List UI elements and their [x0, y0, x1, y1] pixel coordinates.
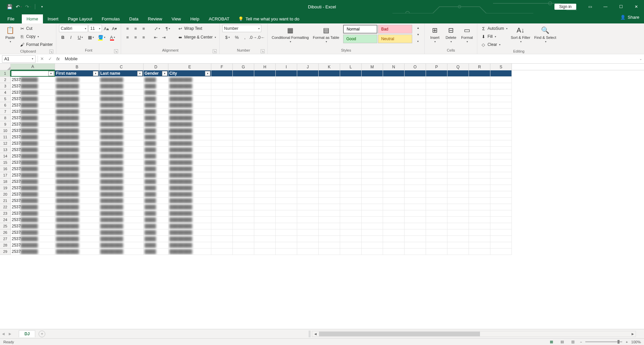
cell[interactable]	[362, 83, 383, 89]
font-color-button[interactable]: A▾	[107, 33, 117, 41]
cancel-formula-icon[interactable]: ✕	[38, 55, 46, 63]
table-header-cell[interactable]: Gender▾	[144, 70, 168, 77]
cell[interactable]	[447, 249, 469, 255]
column-header-G[interactable]: G	[233, 64, 254, 70]
cell[interactable]	[211, 109, 233, 115]
cell[interactable]	[319, 191, 340, 198]
cell[interactable]: ████████	[55, 217, 99, 223]
cell[interactable]	[211, 102, 233, 109]
cell[interactable]: ████	[144, 179, 168, 185]
cell[interactable]: ████████	[99, 77, 144, 83]
cell[interactable]: ████████	[55, 147, 99, 153]
sign-in-button[interactable]: Sign in	[554, 4, 576, 10]
cell[interactable]	[447, 223, 469, 229]
tab-help[interactable]: Help	[185, 14, 204, 23]
cell[interactable]: 2537██████	[11, 242, 55, 249]
cell[interactable]	[340, 204, 362, 210]
cell[interactable]: 2537██████	[11, 102, 55, 109]
row-header[interactable]: 2	[0, 77, 11, 83]
cell[interactable]	[490, 198, 512, 204]
cell[interactable]	[297, 217, 319, 223]
cell[interactable]	[426, 229, 447, 236]
cell[interactable]	[447, 242, 469, 249]
new-sheet-button[interactable]: +	[39, 331, 45, 337]
cell[interactable]	[490, 159, 512, 166]
cell[interactable]: ████	[144, 185, 168, 191]
cell[interactable]: ████████	[55, 242, 99, 249]
cell[interactable]	[276, 236, 297, 242]
cell[interactable]	[211, 159, 233, 166]
cell[interactable]: ████████	[168, 147, 211, 153]
save-icon[interactable]: 💾	[7, 4, 12, 9]
cell[interactable]	[340, 128, 362, 134]
cell[interactable]	[469, 172, 490, 179]
cell[interactable]	[447, 166, 469, 172]
cell[interactable]	[297, 109, 319, 115]
cell[interactable]	[211, 140, 233, 147]
cell[interactable]	[211, 134, 233, 140]
cell[interactable]	[405, 223, 426, 229]
cell[interactable]	[297, 185, 319, 191]
comma-format-icon[interactable]: ,	[241, 33, 249, 41]
cell[interactable]: ████████	[99, 217, 144, 223]
tab-insert[interactable]: Insert	[43, 14, 63, 23]
cell[interactable]: ████████	[168, 204, 211, 210]
cell[interactable]	[383, 179, 405, 185]
cell[interactable]	[319, 242, 340, 249]
cell[interactable]	[297, 140, 319, 147]
cell[interactable]	[405, 236, 426, 242]
row-header[interactable]: 29	[0, 249, 11, 255]
cell[interactable]	[254, 198, 276, 204]
cell[interactable]	[211, 229, 233, 236]
column-header-A[interactable]: A	[11, 64, 55, 70]
align-left-icon[interactable]: ≡	[124, 33, 131, 41]
row-header[interactable]: 11	[0, 134, 11, 140]
cell[interactable]	[426, 70, 447, 77]
cell[interactable]	[383, 223, 405, 229]
cell[interactable]	[490, 134, 512, 140]
cell[interactable]	[490, 172, 512, 179]
number-format-combo[interactable]: Number▾	[222, 25, 261, 32]
cell[interactable]	[211, 128, 233, 134]
cell[interactable]: ████	[144, 242, 168, 249]
cell[interactable]	[254, 70, 276, 77]
cell[interactable]	[211, 172, 233, 179]
cell[interactable]	[211, 115, 233, 121]
cell[interactable]	[297, 249, 319, 255]
cell[interactable]: ████	[144, 109, 168, 115]
number-launcher-icon[interactable]: ↘	[261, 49, 265, 53]
cell[interactable]	[233, 166, 254, 172]
scroll-right-icon[interactable]: ▶	[630, 331, 636, 337]
cell[interactable]	[469, 223, 490, 229]
cell[interactable]	[211, 242, 233, 249]
column-header-K[interactable]: K	[319, 64, 340, 70]
cell[interactable]	[405, 198, 426, 204]
cell[interactable]	[447, 115, 469, 121]
row-header[interactable]: 1	[0, 70, 11, 77]
normal-view-icon[interactable]: ▦	[548, 339, 555, 345]
row-header[interactable]: 12	[0, 140, 11, 147]
cell[interactable]	[233, 89, 254, 96]
row-header[interactable]: 9	[0, 121, 11, 128]
cell[interactable]	[319, 236, 340, 242]
cell[interactable]: ████████	[99, 115, 144, 121]
cell[interactable]	[447, 109, 469, 115]
cell[interactable]	[405, 70, 426, 77]
cell[interactable]	[447, 217, 469, 223]
increase-decimal-icon[interactable]: .0→	[249, 33, 257, 41]
cell[interactable]	[426, 102, 447, 109]
cell[interactable]	[447, 128, 469, 134]
column-header-J[interactable]: J	[297, 64, 319, 70]
cell[interactable]	[319, 83, 340, 89]
cell[interactable]	[362, 217, 383, 223]
cell[interactable]	[469, 159, 490, 166]
column-header-R[interactable]: R	[469, 64, 490, 70]
cell[interactable]: ████████	[168, 242, 211, 249]
cell[interactable]	[340, 140, 362, 147]
cell[interactable]	[383, 242, 405, 249]
cell[interactable]	[447, 229, 469, 236]
cell[interactable]	[276, 83, 297, 89]
cell[interactable]	[254, 191, 276, 198]
spreadsheet-grid[interactable]: ABCDEFGHIJKLMNOPQRS 1Mobile▾First name▾L…	[0, 64, 644, 329]
cell[interactable]	[405, 89, 426, 96]
